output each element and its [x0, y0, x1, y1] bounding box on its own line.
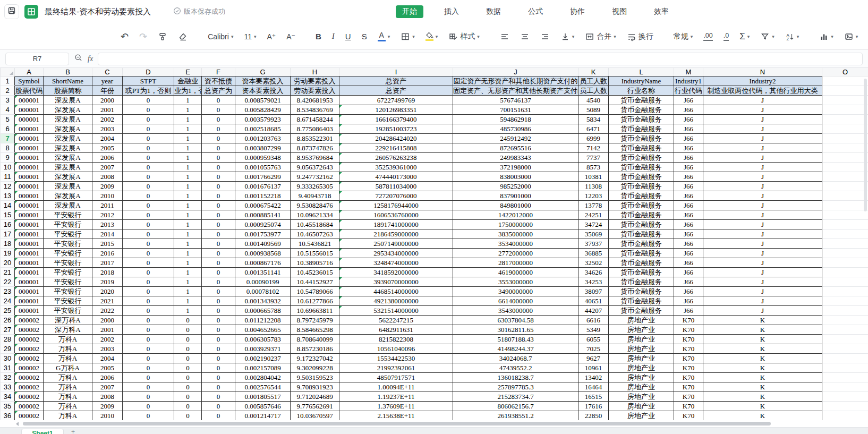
cell-O12[interactable] [822, 182, 868, 191]
sum-button[interactable]: Σ ▾ [738, 29, 751, 45]
cell-B26[interactable]: 深万科A [44, 316, 92, 325]
cell-G8[interactable]: 0.003807299 [235, 143, 291, 153]
cell-E24[interactable]: 1 [174, 296, 202, 306]
cell-N27[interactable]: K [703, 325, 822, 335]
formula-input[interactable] [98, 53, 863, 65]
cell-K24[interactable]: 40651 [578, 296, 609, 306]
cell-B5[interactable]: 深发展A [44, 115, 92, 124]
cell-M8[interactable]: J66 [674, 143, 703, 153]
cell-L26[interactable]: 房地产业 [609, 316, 674, 325]
row-header-23[interactable]: 23 [1, 287, 15, 296]
column-header-H[interactable]: H [291, 68, 339, 76]
row-header-14[interactable]: 14 [1, 201, 15, 210]
cell-J35[interactable]: 806062156.7 [453, 402, 578, 411]
cell-L31[interactable]: 房地产业 [609, 363, 674, 373]
cell-M22[interactable]: J66 [674, 277, 703, 287]
sheet-tab[interactable]: Sheet1 [21, 429, 64, 434]
cell-M16[interactable]: J66 [674, 220, 703, 229]
cell-M35[interactable]: K70 [674, 402, 703, 411]
cell-F12[interactable]: 0 [202, 182, 235, 191]
cell-C24[interactable]: 2021 [92, 296, 123, 306]
cell-J6[interactable]: 485730986 [453, 124, 578, 134]
cell-F36[interactable]: 0 [202, 411, 235, 421]
cell-F32[interactable]: 0 [202, 373, 235, 382]
cell-J3[interactable]: 576746137 [453, 96, 578, 105]
cell-I10[interactable]: 352539361000 [339, 163, 453, 172]
cell-D34[interactable]: 0 [123, 392, 174, 402]
cell-L8[interactable]: 货币金融服务 [609, 143, 674, 153]
cell-I28[interactable]: 8215822308 [339, 335, 453, 344]
cell-H23[interactable]: 10.54789066 [291, 287, 339, 296]
cell-A3[interactable]: 000001 [15, 96, 44, 105]
cell-B19[interactable]: 平安银行 [44, 249, 92, 258]
cell-A28[interactable]: 000002 [15, 335, 44, 344]
row-header-11[interactable]: 11 [1, 172, 15, 182]
cell-I36[interactable]: 2.15638E+11 [339, 411, 453, 421]
cell-L10[interactable]: 货币金融服务 [609, 163, 674, 172]
cell-N8[interactable]: J [703, 143, 822, 153]
cell-I20[interactable]: 3248474000000 [339, 258, 453, 268]
cell-H29[interactable]: 8.857230186 [291, 344, 339, 354]
cell-M14[interactable]: J66 [674, 201, 703, 210]
cell-G6[interactable]: 0.002518685 [235, 124, 291, 134]
menu-tab-formulas[interactable]: 公式 [522, 5, 549, 18]
column-header-K[interactable]: K [578, 68, 609, 76]
cell-A9[interactable]: 000001 [15, 153, 44, 163]
cell-L15[interactable]: 货币金融服务 [609, 210, 674, 220]
cell-K2[interactable]: 员工人数 [578, 86, 609, 96]
cell-A18[interactable]: 000001 [15, 239, 44, 249]
cell-D32[interactable]: 0 [123, 373, 174, 382]
increase-font-button[interactable]: A⁺ [265, 29, 277, 45]
column-header-N[interactable]: N [703, 68, 822, 76]
row-header-24[interactable]: 24 [1, 296, 15, 306]
cell-A17[interactable]: 000001 [15, 229, 44, 239]
column-header-L[interactable]: L [609, 68, 674, 76]
cell-C32[interactable]: 2006 [92, 373, 123, 382]
cell-O15[interactable] [822, 210, 868, 220]
cell-C12[interactable]: 2009 [92, 182, 123, 191]
cell-D26[interactable]: 0 [123, 316, 174, 325]
cell-C30[interactable]: 2004 [92, 354, 123, 363]
cell-M23[interactable]: J66 [674, 287, 703, 296]
cell-C2[interactable]: 年份 [92, 86, 123, 96]
cell-I5[interactable]: 166166379400 [339, 115, 453, 124]
cell-B9[interactable]: 深发展A [44, 153, 92, 163]
cell-F3[interactable]: 0 [202, 96, 235, 105]
name-box[interactable]: R7 [5, 53, 69, 65]
cell-D14[interactable]: 0 [123, 201, 174, 210]
cell-F28[interactable]: 0 [202, 335, 235, 344]
cell-H20[interactable]: 10.38905716 [291, 258, 339, 268]
cell-H13[interactable]: 9.40943718 [291, 191, 339, 201]
cell-H26[interactable]: 8.797245979 [291, 316, 339, 325]
cell-A35[interactable]: 000002 [15, 402, 44, 411]
cell-A1[interactable]: Symbol [15, 76, 44, 86]
cell-E9[interactable]: 1 [174, 153, 202, 163]
cell-O20[interactable] [822, 258, 868, 268]
cell-M24[interactable]: J66 [674, 296, 703, 306]
cell-H4[interactable]: 8.534836769 [291, 105, 339, 115]
cell-K3[interactable]: 4540 [578, 96, 609, 105]
cell-L14[interactable]: 货币金融服务 [609, 201, 674, 210]
cell-J25[interactable]: 3543000000 [453, 306, 578, 316]
row-header-1[interactable]: 1 [1, 76, 15, 86]
redo-button[interactable]: ↷ [138, 29, 149, 45]
zoom-out-icon[interactable] [74, 53, 83, 64]
cell-O34[interactable] [822, 392, 868, 402]
cell-O16[interactable] [822, 220, 868, 229]
cell-L2[interactable]: 行业名称 [609, 86, 674, 96]
align-left-button[interactable] [498, 29, 511, 45]
cell-A26[interactable]: 000002 [15, 316, 44, 325]
cell-D9[interactable]: 0 [123, 153, 174, 163]
column-header-D[interactable]: D [123, 68, 174, 76]
menu-tab-view[interactable]: 视图 [606, 5, 633, 18]
cell-H6[interactable]: 8.775086403 [291, 124, 339, 134]
cell-C26[interactable]: 2000 [92, 316, 123, 325]
cell-M6[interactable]: J66 [674, 124, 703, 134]
cell-I14[interactable]: 1258176944000 [339, 201, 453, 210]
cell-K27[interactable]: 5349 [578, 325, 609, 335]
cell-M4[interactable]: J66 [674, 105, 703, 115]
cell-J24[interactable]: 6614000000 [453, 296, 578, 306]
cell-F1[interactable]: 资不抵债 [202, 76, 235, 86]
cell-N5[interactable]: J [703, 115, 822, 124]
cell-C35[interactable]: 2009 [92, 402, 123, 411]
